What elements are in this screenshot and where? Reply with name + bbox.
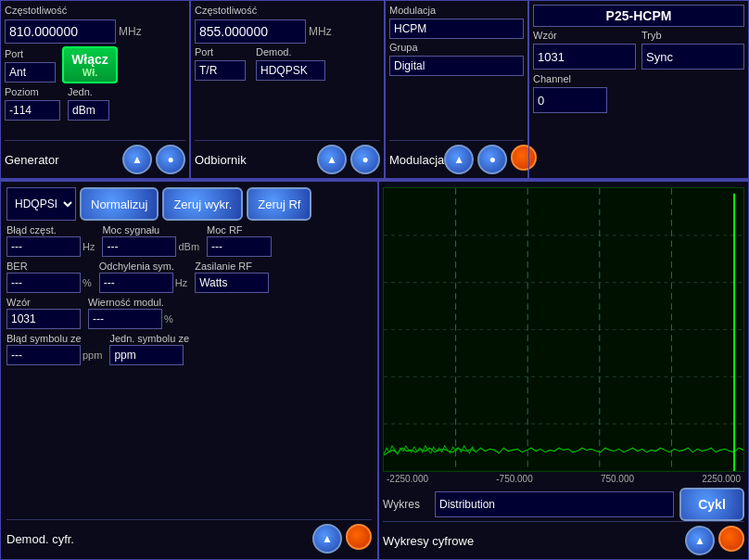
blad-sym-item: Błąd symbolu ze ppm xyxy=(6,333,102,365)
demod-select[interactable]: HDQPSK xyxy=(6,187,76,221)
cykl-button[interactable]: Cykl xyxy=(679,488,744,521)
gen-port-input[interactable] xyxy=(5,62,56,83)
normalize-button[interactable]: Normalizuj xyxy=(80,187,159,221)
blad-czest-item: Błąd częst. Hz xyxy=(6,224,95,257)
rec-up-button[interactable]: ▲ xyxy=(317,145,347,174)
zeruj-rf-button[interactable]: Zeruj Rf xyxy=(247,187,311,221)
gen-level-input[interactable] xyxy=(5,100,60,121)
rec-freq-label: Częstotliwość xyxy=(195,5,380,16)
odchylenia-unit: Hz xyxy=(175,277,187,288)
generator-panel: Częstotliwość MHz Port Włącz Wł. xyxy=(0,0,190,179)
mod-up-button[interactable]: ▲ xyxy=(444,145,474,174)
gen-up-button[interactable]: ▲ xyxy=(122,145,152,174)
blad-czest-unit: Hz xyxy=(83,241,95,252)
chart-up-button[interactable]: ▲ xyxy=(685,526,715,555)
ber-value-row: % xyxy=(6,273,92,293)
ber-unit: % xyxy=(83,277,92,288)
rec-down-button[interactable]: ● xyxy=(350,145,380,174)
wiernosc-input[interactable] xyxy=(88,309,162,329)
gen-toggle-button[interactable]: Włącz Wł. xyxy=(62,46,118,83)
p25-wzor-input[interactable] xyxy=(533,44,636,70)
wzor-item: Wzór xyxy=(6,297,81,329)
wiernosc-item: Wierność modul. % xyxy=(88,297,173,329)
demod-panel: HDQPSK Normalizuj Zeruj wykr. Zeruj Rf B… xyxy=(0,181,378,560)
gen-freq-row: MHz xyxy=(5,19,185,44)
rec-demod-input[interactable] xyxy=(256,60,325,81)
rec-footer: Odbiornik ▲ ● xyxy=(195,140,380,174)
p25-tryb-input[interactable] xyxy=(641,44,744,70)
odchylenia-input[interactable] xyxy=(99,273,173,293)
gen-freq-input[interactable] xyxy=(5,19,116,44)
wykres-input[interactable] xyxy=(435,491,674,517)
wzor-value-row xyxy=(6,309,81,329)
moc-sygnalu-item: Moc sygnału dBm xyxy=(102,224,199,257)
wzor-input[interactable] xyxy=(6,309,81,329)
mod-mod-label: Modulacja xyxy=(389,5,524,16)
gen-down-button[interactable]: ● xyxy=(156,145,185,174)
gen-freq-label: Częstotliwość xyxy=(5,5,185,16)
rec-demod-label: Demod. xyxy=(256,46,325,57)
top-section: Częstotliwość MHz Port Włącz Wł. xyxy=(0,0,749,181)
odchylenia-item: Odchylenia sym. Hz xyxy=(99,261,187,293)
p25-wzor-label: Wzór xyxy=(533,30,636,41)
demod-up-button[interactable]: ▲ xyxy=(312,524,342,554)
blad-czest-input[interactable] xyxy=(6,236,81,257)
x-label-2: -750.000 xyxy=(496,474,532,484)
moc-rf-input[interactable] xyxy=(207,236,272,257)
meas-row-1: Błąd częst. Hz Moc sygnału dBm xyxy=(6,224,372,257)
mod-mod-input[interactable] xyxy=(389,19,524,39)
blad-sym-input[interactable] xyxy=(6,345,81,365)
zeruj-wykr-button[interactable]: Zeruj wykr. xyxy=(162,187,243,221)
chart-panel: -2250.000 -750.000 750.000 2250.000 Wykr… xyxy=(378,181,749,560)
blad-sym-label: Błąd symbolu ze xyxy=(6,333,102,344)
rec-freq-input[interactable] xyxy=(195,19,306,44)
gen-port-label: Port xyxy=(5,48,56,59)
zasilanie-input[interactable] xyxy=(195,273,269,293)
x-label-3: 750.000 xyxy=(601,474,634,484)
p25-grid: Wzór Tryb Channel xyxy=(533,30,744,113)
blad-sym-unit: ppm xyxy=(83,350,102,361)
gen-freq-unit: MHz xyxy=(119,25,146,38)
mod-group-input[interactable] xyxy=(389,56,524,76)
jedn-sym-value-row xyxy=(109,345,189,365)
p25-row-2: Channel xyxy=(533,73,744,113)
meas-row-3: Wzór Wierność modul. % xyxy=(6,297,372,329)
rec-footer-buttons: ▲ ● xyxy=(317,145,380,174)
p25-row-1: Wzór Tryb xyxy=(533,30,744,70)
bottom-section: HDQPSK Normalizuj Zeruj wykr. Zeruj Rf B… xyxy=(0,181,749,560)
chart-footer-buttons: ▲ xyxy=(685,526,744,555)
rec-port-input[interactable] xyxy=(195,60,246,81)
gen-unit-input[interactable] xyxy=(68,100,109,121)
demod-power-button[interactable] xyxy=(346,524,372,550)
p25-channel-item: Channel xyxy=(533,73,744,113)
demod-footer: Demod. cyfr. ▲ xyxy=(6,519,372,554)
moc-sygnalu-input[interactable] xyxy=(102,236,176,257)
meas-row-4: Błąd symbolu ze ppm Jedn. symbolu ze xyxy=(6,333,372,365)
chart-svg xyxy=(384,188,743,471)
demod-footer-buttons: ▲ xyxy=(312,524,372,554)
p25-panel: P25-HCPM Wzór Tryb Channel xyxy=(528,0,749,179)
wiernosc-label: Wierność modul. xyxy=(88,297,173,308)
chart-power-button[interactable] xyxy=(718,526,744,552)
p25-tryb-item: Tryb xyxy=(641,30,744,70)
mod-group-label: Grupa xyxy=(389,42,524,53)
odchylenia-value-row: Hz xyxy=(99,273,187,293)
gen-footer-buttons: ▲ ● xyxy=(122,145,185,174)
p25-channel-input[interactable] xyxy=(533,87,607,113)
wiernosc-value-row: % xyxy=(88,309,173,329)
gen-level-row: Poziom Jedn. xyxy=(5,86,185,121)
modulation-panel: Modulacja Grupa Modulacja ▲ ● xyxy=(385,0,528,179)
moc-rf-item: Moc RF xyxy=(207,224,272,257)
receiver-panel: Częstotliwość MHz Port Demod. Odbiornik … xyxy=(190,0,385,179)
mod-down-button[interactable]: ● xyxy=(477,145,507,174)
toggle-sub-label: Wł. xyxy=(71,67,108,78)
measurements-grid: Błąd częst. Hz Moc sygnału dBm xyxy=(6,224,372,365)
jedn-sym-input[interactable] xyxy=(109,345,184,365)
p25-wzor-item: Wzór xyxy=(533,30,636,70)
main-container: Częstotliwość MHz Port Włącz Wł. xyxy=(0,0,749,560)
mod-footer: Modulacja ▲ ● xyxy=(389,140,524,174)
mod-title: Modulacja xyxy=(389,153,444,167)
wiernosc-unit: % xyxy=(164,313,173,325)
ber-input[interactable] xyxy=(6,273,81,293)
jedn-sym-item: Jedn. symbolu ze xyxy=(109,333,189,365)
